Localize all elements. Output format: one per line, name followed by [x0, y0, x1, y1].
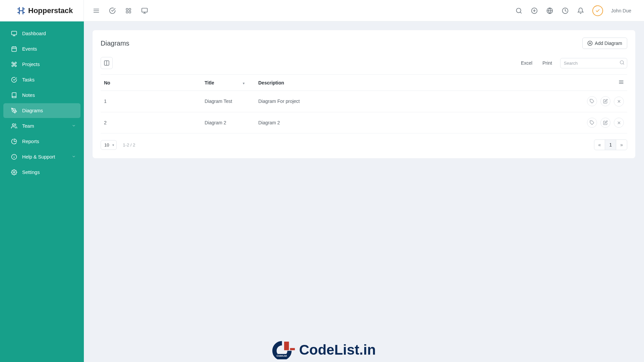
col-description[interactable]: Description: [255, 75, 582, 91]
table-search: [560, 58, 627, 68]
sidebar-item-label: Settings: [22, 170, 40, 175]
sidebar: Dashboard Events Projects Tasks Notes Di…: [0, 21, 84, 362]
svg-rect-6: [129, 11, 131, 13]
excel-button[interactable]: Excel: [519, 58, 534, 68]
cell-title[interactable]: Diagram Test: [201, 91, 255, 112]
search-icon: [620, 60, 625, 66]
avatar-check-icon: [595, 8, 600, 13]
col-title[interactable]: Title ▾: [201, 75, 255, 91]
logo[interactable]: Hopperstack: [0, 0, 84, 21]
sidebar-item-label: Diagrams: [22, 108, 43, 113]
sidebar-item-label: Notes: [22, 93, 35, 98]
sidebar-item-notes[interactable]: Notes: [3, 88, 80, 103]
cell-title[interactable]: Diagram 2: [201, 112, 255, 133]
sidebar-item-label: Tasks: [22, 77, 35, 82]
search-icon[interactable]: [515, 7, 523, 14]
table-toolbar: Excel Print: [101, 55, 627, 74]
perpage-select[interactable]: 10 ▾: [101, 140, 117, 150]
sidebar-item-help[interactable]: Help & Support: [3, 149, 80, 164]
plus-circle-icon: [587, 41, 593, 46]
cell-description: Diagram For project: [255, 91, 582, 112]
svg-rect-3: [126, 8, 128, 10]
monitor-icon[interactable]: [141, 7, 148, 14]
username[interactable]: John Due: [611, 8, 631, 13]
delete-button[interactable]: [614, 118, 624, 128]
table-row: 1 Diagram Test Diagram For project: [101, 91, 627, 112]
sidebar-item-dashboard[interactable]: Dashboard: [3, 26, 80, 41]
pen-tool-icon: [11, 107, 17, 114]
sidebar-item-tasks[interactable]: Tasks: [3, 72, 80, 87]
search-input[interactable]: [560, 58, 627, 68]
command-icon: [11, 61, 17, 68]
pie-chart-icon: [11, 138, 17, 145]
logo-icon: [17, 6, 25, 15]
sort-caret-icon: ▾: [243, 81, 245, 85]
cell-no[interactable]: 2: [101, 112, 201, 133]
tag-button[interactable]: [587, 118, 597, 128]
menu-icon[interactable]: [93, 7, 100, 14]
bell-icon[interactable]: [577, 7, 584, 14]
monitor-icon: [11, 30, 17, 37]
clock-icon[interactable]: [561, 7, 569, 14]
table-row: 2 Diagram 2 Diagram 2: [101, 112, 627, 133]
svg-rect-18: [12, 31, 17, 35]
sidebar-item-reports[interactable]: Reports: [3, 134, 80, 149]
tag-button[interactable]: [587, 96, 597, 106]
close-icon: [617, 99, 621, 104]
pager-next[interactable]: »: [616, 140, 627, 150]
svg-point-25: [13, 110, 14, 111]
cell-description: Diagram 2: [255, 112, 582, 133]
sidebar-item-settings[interactable]: Settings: [3, 165, 80, 180]
sidebar-item-label: Events: [22, 46, 37, 52]
add-diagram-label: Add Diagram: [595, 41, 622, 46]
svg-line-11: [520, 12, 522, 13]
globe-icon[interactable]: [546, 7, 553, 14]
edit-icon: [603, 120, 608, 125]
apps-grid-icon[interactable]: [125, 7, 132, 14]
edit-button[interactable]: [600, 118, 610, 128]
cell-no[interactable]: 1: [101, 91, 201, 112]
perpage-value: 10: [104, 142, 109, 147]
check-circle-icon[interactable]: [109, 7, 116, 14]
add-diagram-button[interactable]: Add Diagram: [582, 38, 627, 49]
topbar-left: [84, 7, 148, 14]
tag-icon: [590, 99, 594, 104]
sidebar-item-label: Dashboard: [22, 31, 46, 36]
col-no[interactable]: No: [101, 75, 201, 91]
sidebar-item-events[interactable]: Events: [3, 42, 80, 56]
sidebar-item-label: Reports: [22, 139, 39, 144]
chevron-down-icon: [72, 154, 76, 160]
sidebar-item-label: Projects: [22, 62, 40, 67]
topbar: Hopperstack: [0, 0, 644, 21]
sidebar-item-team[interactable]: Team: [3, 119, 80, 133]
plus-circle-icon[interactable]: [531, 7, 538, 14]
tag-icon: [590, 120, 594, 125]
users-icon: [11, 123, 17, 129]
range-text: 1-2 / 2: [123, 142, 135, 147]
svg-rect-5: [126, 11, 128, 13]
avatar[interactable]: [592, 5, 603, 16]
columns-icon: [104, 60, 110, 66]
pager: « 1 »: [594, 139, 627, 150]
sidebar-item-projects[interactable]: Projects: [3, 57, 80, 72]
print-button[interactable]: Print: [540, 58, 554, 68]
svg-point-26: [12, 124, 14, 126]
book-icon: [11, 92, 17, 99]
delete-button[interactable]: [614, 97, 624, 107]
column-menu-icon[interactable]: [619, 80, 624, 86]
svg-rect-7: [142, 8, 148, 12]
sidebar-item-diagrams[interactable]: Diagrams: [3, 103, 80, 118]
content-card: Diagrams Add Diagram Excel Print: [93, 30, 635, 158]
topbar-right: John Due: [515, 5, 637, 16]
svg-point-30: [13, 172, 15, 173]
gear-icon: [11, 169, 17, 176]
edit-button[interactable]: [600, 96, 610, 106]
pager-page-current[interactable]: 1: [605, 140, 616, 150]
svg-line-37: [623, 63, 624, 64]
diagrams-table: No Title ▾ Description: [101, 74, 627, 133]
page-title: Diagrams: [101, 40, 129, 47]
calendar-icon: [11, 46, 17, 52]
columns-toggle-button[interactable]: [101, 57, 113, 69]
pager-prev[interactable]: «: [594, 140, 605, 150]
check-circle-icon: [11, 76, 17, 83]
